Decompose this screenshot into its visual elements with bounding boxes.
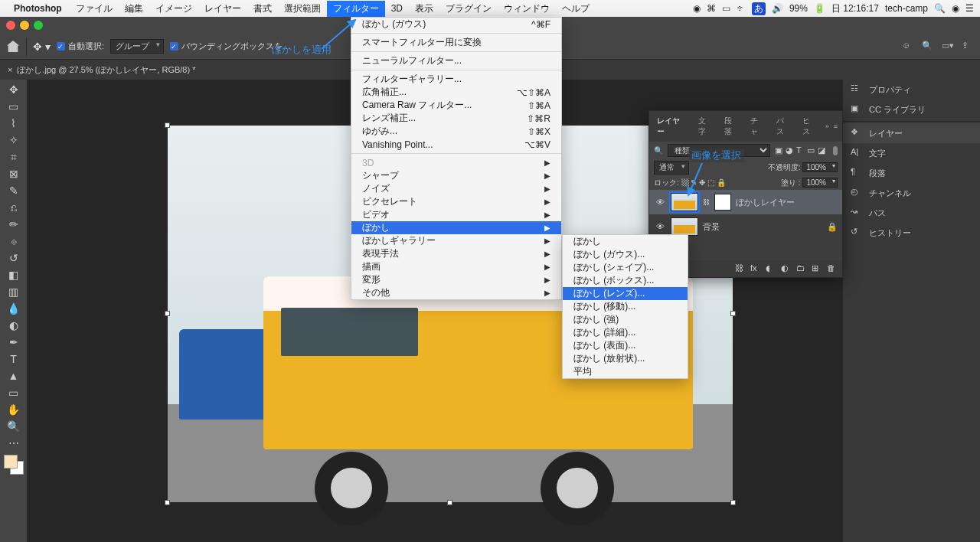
blur-submenu-item[interactable]: ぼかし (レンズ)... [563, 287, 688, 300]
link-icon[interactable]: ⛓ [703, 198, 710, 206]
control-center-icon[interactable]: ☰ [965, 3, 974, 14]
menu-pixelate-sub[interactable]: ピクセレート▶ [351, 195, 561, 208]
blur-submenu-item[interactable]: ぼかし (詳細)... [563, 326, 688, 339]
history-brush-tool-icon[interactable]: ↺ [4, 250, 24, 266]
crop-tool-icon[interactable]: ⌗ [4, 149, 24, 165]
transform-handle[interactable] [730, 500, 736, 505]
fill-value[interactable]: 100% [802, 178, 838, 188]
workspace-icon[interactable]: ▭▾ [942, 41, 954, 53]
dock-paragraph[interactable]: ¶段落 [843, 163, 980, 183]
menu-lens-correction[interactable]: レンズ補正...⇧⌘R [351, 112, 561, 125]
auto-select-target-dropdown[interactable]: グループ [110, 39, 164, 54]
fx-icon[interactable]: fx [750, 263, 761, 274]
menu-convert-smart[interactable]: スマートフィルター用に変換 [351, 36, 561, 49]
transform-handle[interactable] [447, 500, 452, 505]
foreground-swatch[interactable] [4, 455, 18, 469]
share-icon[interactable]: ⇪ [962, 41, 974, 53]
transform-handle[interactable] [730, 311, 736, 316]
pen-tool-icon[interactable]: ✒ [4, 334, 24, 351]
dock-history[interactable]: ↺ヒストリー [843, 223, 980, 243]
wifi-icon[interactable]: ᯤ [737, 3, 746, 14]
color-swatches[interactable] [4, 455, 24, 475]
dock-properties[interactable]: ☷プロパティ [843, 80, 980, 100]
layer-mask-thumbnail[interactable] [714, 194, 731, 211]
hand-tool-icon[interactable]: ✋ [4, 401, 24, 418]
spotlight-icon[interactable]: 🔍 [934, 3, 946, 14]
dock-character[interactable]: A|文字 [843, 143, 980, 163]
eraser-tool-icon[interactable]: ◧ [4, 266, 24, 283]
layer-name[interactable]: ぼかしレイヤー [736, 197, 795, 208]
marquee-tool-icon[interactable]: ▭ [4, 98, 24, 115]
blur-tool-icon[interactable]: 💧 [4, 300, 24, 317]
menu-plugins[interactable]: プラグイン [439, 1, 498, 17]
menu-window[interactable]: ウィンドウ [498, 1, 556, 17]
brush-tool-icon[interactable]: ✏ [4, 216, 24, 233]
path-select-tool-icon[interactable]: ▲ [4, 367, 24, 384]
tab-char[interactable]: 文字 [695, 114, 717, 139]
menu-render-sub[interactable]: 描画▶ [351, 260, 561, 273]
new-layer-icon[interactable]: ⊞ [812, 263, 822, 274]
menu-file[interactable]: ファイル [70, 1, 119, 17]
mask-icon[interactable]: ◖ [766, 263, 776, 274]
visibility-icon[interactable]: 👁 [654, 222, 666, 231]
layer-thumbnail[interactable] [671, 217, 698, 236]
zoom-window-button[interactable] [34, 21, 43, 30]
menu-video-sub[interactable]: ビデオ▶ [351, 208, 561, 221]
delete-layer-icon[interactable]: 🗑 [827, 263, 838, 274]
blur-submenu-item[interactable]: ぼかし (放射状)... [563, 352, 688, 365]
menu-filter[interactable]: フィルター [327, 1, 385, 17]
menu-camera-raw[interactable]: Camera Raw フィルター...⇧⌘A [351, 99, 561, 112]
tab-chan[interactable]: チャ [747, 114, 769, 139]
eyedropper-tool-icon[interactable]: ✎ [4, 182, 24, 199]
blend-mode-dropdown[interactable]: 通常 [654, 161, 689, 175]
menu-layer[interactable]: レイヤー [198, 1, 247, 17]
group-icon[interactable]: 🗀 [796, 263, 807, 274]
transform-handle[interactable] [165, 500, 170, 505]
blur-submenu-item[interactable]: ぼかし (移動)... [563, 300, 688, 313]
blur-submenu-item[interactable]: 平均 [563, 365, 688, 378]
transform-handle[interactable] [165, 122, 170, 128]
layer-name[interactable]: 背景 [703, 221, 720, 233]
menu-noise-sub[interactable]: ノイズ▶ [351, 182, 561, 195]
menu-liquify[interactable]: ゆがみ...⇧⌘X [351, 125, 561, 138]
tab-hist[interactable]: ヒス [799, 114, 821, 139]
tab-para[interactable]: 段落 [721, 114, 743, 139]
move-tool-icon[interactable]: ✥ ▾ [33, 41, 51, 53]
display-icon[interactable]: ▭ [722, 3, 730, 14]
menu-last-filter[interactable]: ぼかし (ガウス)^⌘F [351, 18, 561, 31]
type-tool-icon[interactable]: T [4, 351, 24, 367]
layer-filter-icons[interactable]: ▣◕T▭◪ [775, 145, 828, 156]
blur-submenu-item[interactable]: ぼかし (ガウス)... [563, 248, 688, 261]
menu-edit[interactable]: 編集 [119, 1, 149, 17]
layer-filter-toggle[interactable] [833, 146, 838, 155]
siri-icon[interactable]: ◉ [952, 3, 959, 14]
stamp-tool-icon[interactable]: ⟐ [4, 233, 24, 250]
blur-submenu-item[interactable]: ぼかし [563, 235, 688, 248]
link-icon[interactable]: ⌘ [707, 3, 716, 14]
menu-stylize-sub[interactable]: 表現手法▶ [351, 247, 561, 260]
tab-layers[interactable]: レイヤー [654, 114, 691, 139]
frame-tool-icon[interactable]: ⊠ [4, 165, 24, 182]
minimize-window-button[interactable] [20, 21, 29, 30]
menu-select[interactable]: 選択範囲 [278, 1, 327, 17]
transform-handle[interactable] [165, 311, 170, 316]
menu-distort-sub[interactable]: 変形▶ [351, 273, 561, 286]
link-layers-icon[interactable]: ⛓ [735, 263, 746, 274]
close-tab-icon[interactable]: × [8, 65, 12, 74]
tab-path[interactable]: パス [773, 114, 795, 139]
menu-3d[interactable]: 3D [385, 2, 409, 15]
cc-icon[interactable]: ◉ [693, 3, 701, 14]
blur-submenu-item[interactable]: ぼかし (表面)... [563, 339, 688, 352]
user-icon[interactable]: ☺ [902, 41, 914, 53]
move-tool-icon[interactable]: ✥ [4, 81, 24, 98]
menu-blur-gallery-sub[interactable]: ぼかしギャラリー▶ [351, 234, 561, 247]
dock-layers[interactable]: ❖レイヤー [843, 123, 980, 143]
search-icon[interactable]: 🔍 [922, 41, 934, 53]
edit-toolbar-icon[interactable]: ⋯ [4, 435, 24, 452]
volume-icon[interactable]: 🔊 [772, 3, 783, 14]
adjustment-icon[interactable]: ◐ [781, 263, 792, 274]
blur-submenu-item[interactable]: ぼかし (シェイプ)... [563, 261, 688, 274]
layer-row-blur[interactable]: 👁 ⛓ ぼかしレイヤー [649, 190, 842, 214]
menu-filter-gallery[interactable]: フィルターギャラリー... [351, 73, 561, 86]
menu-image[interactable]: イメージ [149, 1, 198, 17]
